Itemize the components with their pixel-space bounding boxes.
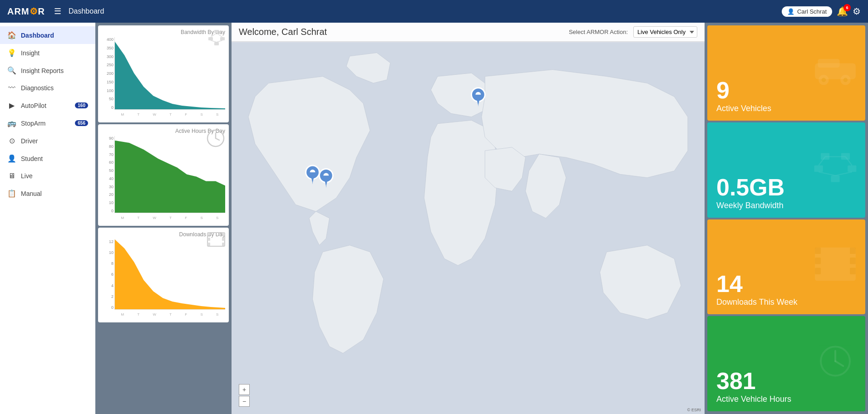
sidebar-label: Student <box>21 155 43 162</box>
downloads-chart-card: Downloads By Day 121086420 MTWTFSS <box>98 228 229 322</box>
stoparm-badge: 656 <box>75 120 88 126</box>
settings-icon[interactable]: ⚙ <box>853 6 861 17</box>
svg-rect-45 <box>815 248 821 254</box>
manual-icon: 📋 <box>7 189 16 198</box>
sidebar-item-diagnostics[interactable]: 〰 Diagnostics <box>0 79 95 97</box>
driver-icon: ⊙ <box>7 136 16 145</box>
stat-weekly-bandwidth[interactable]: 0.5GB Weekly Bandwidth <box>707 122 865 218</box>
sidebar-item-insight-reports[interactable]: 🔍 Insight Reports <box>0 62 95 79</box>
downloads-week-label: Downloads This Week <box>716 297 856 307</box>
svg-rect-20 <box>222 243 225 246</box>
esri-credit: © ESRI <box>687 408 701 412</box>
diagnostics-icon: 〰 <box>7 84 16 92</box>
notification-badge: 6 <box>843 4 851 11</box>
student-icon: 👤 <box>7 154 16 163</box>
active-hours-y-axis: 9080706050403020100 <box>102 136 114 213</box>
bandwidth-x-axis: MTWTFSS <box>114 110 225 119</box>
svg-rect-2 <box>208 37 213 40</box>
svg-rect-48 <box>850 258 856 264</box>
map-panel: Welcome, Carl Schrat Select ARMOR Action… <box>232 23 705 414</box>
sidebar-item-live[interactable]: 🖥 Live <box>0 167 95 185</box>
stat-active-hours[interactable]: 381 Active Vehicle Hours <box>707 316 865 411</box>
sidebar-item-manual[interactable]: 📋 Manual <box>0 185 95 202</box>
stat-active-vehicles[interactable]: 9 Active Vehicles <box>707 25 865 121</box>
sidebar-label: Driver <box>21 137 38 145</box>
sidebar-item-insight[interactable]: 💡 Insight <box>0 44 95 62</box>
bandwidth-chart-title: Bandwidth By Day <box>102 29 225 35</box>
sidebar-item-stoparm[interactable]: 🚌 StopArm 656 <box>0 114 95 132</box>
active-hours-label: Active Vehicle Hours <box>716 395 856 404</box>
downloads-y-axis: 121086420 <box>102 239 114 310</box>
svg-rect-47 <box>815 258 821 264</box>
stat-downloads-week[interactable]: 14 Downloads This Week <box>707 219 865 315</box>
charts-panel: Bandwidth By Day 40035030025020015010050… <box>95 23 232 414</box>
svg-rect-15 <box>207 233 210 236</box>
stats-panel: 9 Active Vehicles <box>705 23 868 414</box>
svg-rect-4 <box>214 42 219 45</box>
zoom-in-button[interactable]: + <box>239 384 250 395</box>
weekly-bandwidth-label: Weekly Bandwidth <box>716 201 856 210</box>
sidebar-item-autopilot[interactable]: ▶ AutoPilot 160 <box>0 97 95 114</box>
svg-rect-16 <box>207 238 210 241</box>
sidebar-label: Manual <box>21 190 42 197</box>
user-menu[interactable]: 👤 Carl Schrat <box>782 6 832 17</box>
svg-rect-35 <box>814 165 823 171</box>
svg-rect-46 <box>850 248 856 254</box>
sidebar-label: AutoPilot <box>21 102 46 109</box>
topnav: ARM⚙R ☰ Dashboard 👤 Carl Schrat 🔔 6 ⚙ <box>0 0 868 23</box>
user-name: Carl Schrat <box>797 8 827 15</box>
zoom-out-button[interactable]: − <box>239 396 250 407</box>
user-avatar-icon: 👤 <box>787 8 794 15</box>
downloads-bg-icon <box>207 232 225 250</box>
svg-rect-19 <box>222 238 225 241</box>
svg-line-7 <box>211 40 217 42</box>
map-action-label: Select ARMOR Action: <box>569 29 628 35</box>
downloads-week-number: 14 <box>716 272 856 296</box>
sidebar-item-dashboard[interactable]: 🏠 Dashboard <box>0 26 95 44</box>
svg-line-53 <box>835 361 843 366</box>
home-icon: 🏠 <box>7 31 16 39</box>
logo: ARM⚙R <box>7 6 45 17</box>
sidebar-item-driver[interactable]: ⊙ Driver <box>0 132 95 150</box>
logo-highlight: ⚙ <box>30 6 38 16</box>
svg-rect-3 <box>220 37 225 40</box>
svg-rect-17 <box>207 243 210 246</box>
sidebar-label: Insight Reports <box>21 67 64 74</box>
hamburger-icon[interactable]: ☰ <box>54 6 61 16</box>
sidebar-label: Live <box>21 172 33 180</box>
sidebar-label: StopArm <box>21 120 45 127</box>
active-hours-number: 381 <box>716 369 856 393</box>
live-icon: 🖥 <box>7 172 16 180</box>
svg-line-8 <box>217 40 222 42</box>
sidebar-label: Insight <box>21 49 39 57</box>
downloads-x-axis: MTWTFSS <box>114 310 225 319</box>
active-hours-x-axis: MTWTFSS <box>114 213 225 222</box>
sidebar-item-student[interactable]: 👤 Student <box>0 150 95 167</box>
insight-icon: 💡 <box>7 49 16 57</box>
svg-rect-37 <box>848 165 856 171</box>
sidebar: 🏠 Dashboard 💡 Insight 🔍 Insight Reports … <box>0 23 95 414</box>
armor-action-select[interactable]: Live Vehicles Only All Vehicles Inactive… <box>633 26 697 38</box>
page-title: Dashboard <box>69 7 776 15</box>
center-area: Bandwidth By Day 40035030025020015010050… <box>95 23 868 414</box>
map-controls: + − <box>239 384 250 407</box>
map-header: Welcome, Carl Schrat Select ARMOR Action… <box>232 23 705 42</box>
map-welcome: Welcome, Carl Schrat <box>239 27 563 37</box>
sidebar-label: Dashboard <box>21 32 54 39</box>
active-hours-bg-icon <box>206 129 225 152</box>
active-vehicles-number: 9 <box>716 78 856 102</box>
active-hours-chart-card: Active Hours By Day 9080706050403020100 … <box>98 124 229 226</box>
stoparm-icon: 🚌 <box>7 119 16 127</box>
notifications-button[interactable]: 🔔 6 <box>837 6 848 17</box>
autopilot-icon: ▶ <box>7 101 16 110</box>
svg-line-12 <box>216 138 219 140</box>
bandwidth-chart-card: Bandwidth By Day 40035030025020015010050… <box>98 25 229 122</box>
bandwidth-y-axis: 400350300250200150100500 <box>102 37 114 110</box>
autopilot-badge: 160 <box>75 102 88 108</box>
active-vehicles-label: Active Vehicles <box>716 104 856 113</box>
svg-rect-1 <box>214 30 219 33</box>
svg-rect-29 <box>818 59 840 68</box>
weekly-bandwidth-number: 0.5GB <box>716 175 856 199</box>
bandwidth-bg-icon <box>208 29 225 50</box>
svg-rect-18 <box>222 233 225 236</box>
